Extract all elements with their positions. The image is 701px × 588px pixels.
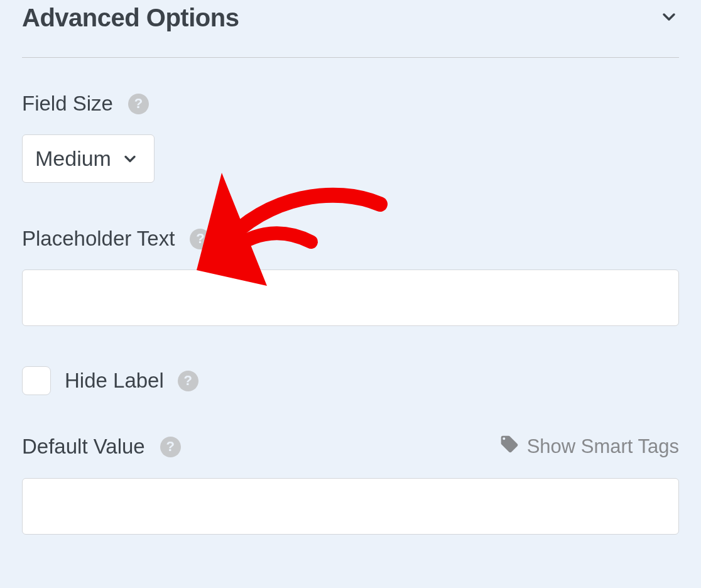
chevron-down-icon: [121, 150, 139, 168]
default-value-label-row: Default Value ?: [22, 435, 181, 459]
help-icon[interactable]: ?: [160, 437, 181, 457]
advanced-options-header[interactable]: Advanced Options: [22, 0, 679, 57]
field-size-label: Field Size: [22, 92, 113, 116]
hide-label-checkbox[interactable]: [22, 366, 51, 395]
placeholder-text-group: Placeholder Text ?: [22, 227, 679, 326]
smart-tags-label: Show Smart Tags: [527, 435, 679, 458]
tag-icon: [499, 434, 519, 459]
field-size-group: Field Size ? Medium: [22, 92, 679, 183]
placeholder-text-label: Placeholder Text: [22, 227, 175, 251]
field-size-label-row: Field Size ?: [22, 92, 679, 116]
help-icon[interactable]: ?: [128, 94, 149, 114]
default-value-group: Default Value ? Show Smart Tags: [22, 434, 679, 535]
default-value-header: Default Value ? Show Smart Tags: [22, 434, 679, 459]
placeholder-text-label-row: Placeholder Text ?: [22, 227, 679, 251]
placeholder-text-input-wrap: [22, 270, 679, 326]
help-icon[interactable]: ?: [190, 229, 210, 249]
divider: [22, 57, 679, 58]
hide-label-row: Hide Label ?: [22, 366, 679, 395]
default-value-input-wrap: [22, 478, 679, 535]
show-smart-tags-button[interactable]: Show Smart Tags: [499, 434, 679, 459]
field-size-select-wrap: Medium: [22, 134, 679, 183]
section-title: Advanced Options: [22, 4, 239, 32]
chevron-down-icon: [659, 7, 679, 30]
default-value-input[interactable]: [22, 478, 679, 535]
field-size-select[interactable]: Medium: [22, 134, 155, 183]
field-size-selected: Medium: [35, 146, 111, 171]
default-value-label: Default Value: [22, 435, 145, 459]
hide-label-text: Hide Label: [65, 369, 164, 393]
placeholder-text-input[interactable]: [22, 270, 679, 326]
help-icon[interactable]: ?: [178, 371, 198, 391]
